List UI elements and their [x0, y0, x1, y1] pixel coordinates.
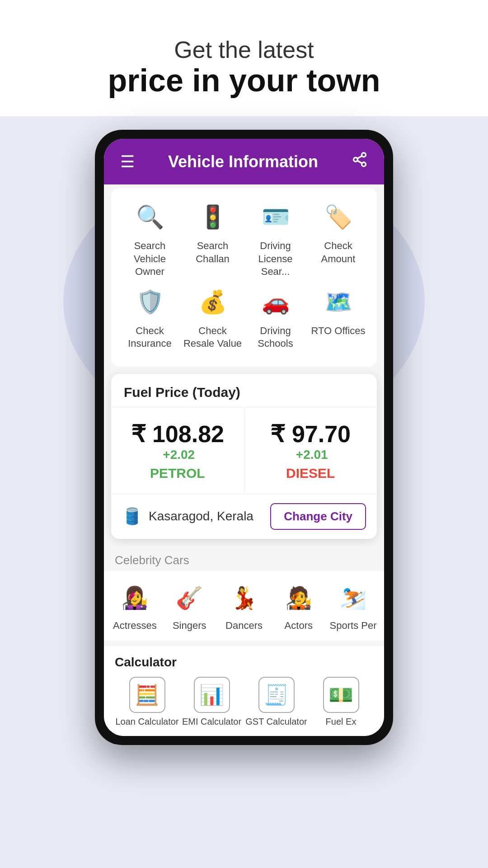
calculator-title: Calculator [115, 655, 373, 670]
search-vehicle-owner-label: Search Vehicle Owner [121, 240, 179, 278]
emi-calculator-icon: 📊 [194, 677, 230, 713]
petrol-amount-row: ₹ 108.82 +2.02 [122, 420, 233, 462]
hero-section: Get the latest price in your town [0, 0, 488, 116]
check-insurance-icon: 🛡️ [132, 284, 168, 320]
grid-row-1: 🔍 Search Vehicle Owner 🚦 Search Challan … [118, 199, 370, 278]
loan-calculator-label: Loan Calculator [115, 717, 178, 727]
driving-schools-label: Driving Schools [246, 325, 305, 350]
petrol-amount: ₹ 108.82 [131, 421, 225, 447]
phone-wrapper: ☰ Vehicle Information 🔍 Search Vehicle O… [0, 130, 488, 745]
dancers-icon: 💃 [226, 580, 262, 616]
petrol-label: PETROL [122, 466, 233, 481]
sports-persons-icon: ⛷️ [335, 580, 371, 616]
check-resale-value-icon: 💰 [195, 284, 231, 320]
petrol-change: +2.02 [163, 448, 195, 462]
sports-persons-label: Sports Per [330, 620, 377, 632]
app-header-title: Vehicle Information [168, 152, 318, 171]
rto-offices-icon: 🗺️ [320, 284, 357, 320]
fuel-city-info: 🛢️ Kasaragod, Kerala [122, 507, 253, 526]
fuel-city-name: Kasaragod, Kerala [149, 509, 253, 524]
search-challan-label: Search Challan [183, 240, 242, 265]
driving-license-icon: 🪪 [258, 199, 294, 235]
grid-item-search-vehicle-owner[interactable]: 🔍 Search Vehicle Owner [121, 199, 179, 278]
fuel-pump-icon: 🛢️ [122, 507, 142, 526]
actresses-icon: 👩‍🎤 [117, 580, 153, 616]
driving-schools-icon: 🚗 [258, 284, 294, 320]
menu-icon[interactable]: ☰ [120, 152, 135, 171]
phone-shell: ☰ Vehicle Information 🔍 Search Vehicle O… [95, 130, 393, 745]
share-icon[interactable] [352, 151, 368, 172]
calc-item-emi-calculator[interactable]: 📊 EMI Calculator [179, 677, 244, 727]
calculator-row: 🧮 Loan Calculator 📊 EMI Calculator 🧾 GST… [115, 677, 373, 727]
check-amount-icon: 🏷️ [320, 199, 357, 235]
loan-calculator-icon: 🧮 [129, 677, 165, 713]
rto-offices-label: RTO Offices [311, 325, 366, 338]
celeb-item-singers[interactable]: 🎸 Singers [162, 580, 217, 632]
calc-item-gst-calculator[interactable]: 🧾 GST Calculator [244, 677, 309, 727]
actors-label: Actors [285, 620, 313, 632]
dancers-label: Dancers [225, 620, 263, 632]
diesel-amount-row: ₹ 97.70 +2.01 [255, 420, 366, 462]
search-challan-icon: 🚦 [195, 199, 231, 235]
celebrity-section-label: Celebrity Cars [104, 546, 384, 571]
calculator-section: Calculator 🧮 Loan Calculator 📊 EMI Calcu… [104, 646, 384, 736]
diesel-amount: ₹ 97.70 [270, 421, 351, 447]
check-insurance-label: Check Insurance [121, 325, 179, 350]
celeb-item-sports-persons[interactable]: ⛷️ Sports Per [326, 580, 380, 632]
celeb-item-dancers[interactable]: 💃 Dancers [217, 580, 272, 632]
features-grid: 🔍 Search Vehicle Owner 🚦 Search Challan … [111, 188, 377, 367]
fuel-ex-icon: 💵 [323, 677, 359, 713]
grid-item-check-insurance[interactable]: 🛡️ Check Insurance [121, 284, 179, 350]
petrol-price-col: ₹ 108.82 +2.02 PETROL [111, 408, 244, 494]
grid-item-driving-schools[interactable]: 🚗 Driving Schools [246, 284, 305, 350]
gst-calculator-label: GST Calculator [245, 717, 307, 727]
search-vehicle-owner-icon: 🔍 [132, 199, 168, 235]
change-city-button[interactable]: Change City [270, 503, 366, 530]
diesel-change: +2.01 [296, 448, 328, 462]
driving-license-label: Driving License Sear... [246, 240, 305, 278]
check-resale-value-label: Check Resale Value [183, 325, 242, 350]
fuel-card-title: Fuel Price (Today) [124, 385, 364, 400]
diesel-label: DIESEL [255, 466, 366, 481]
grid-item-check-amount[interactable]: 🏷️ Check Amount [309, 199, 368, 278]
diesel-price-col: ₹ 97.70 +2.01 DIESEL [244, 408, 377, 494]
celebrity-row: 👩‍🎤 Actresses 🎸 Singers 💃 Dancers 🧑‍🎤 Ac… [104, 571, 384, 641]
fuel-ex-label: Fuel Ex [326, 717, 357, 727]
celeb-item-actors[interactable]: 🧑‍🎤 Actors [271, 580, 326, 632]
gst-calculator-icon: 🧾 [258, 677, 295, 713]
actors-icon: 🧑‍🎤 [281, 580, 317, 616]
fuel-price-card: Fuel Price (Today) ₹ 108.82 +2.02 PETROL… [111, 374, 377, 539]
svg-line-3 [357, 160, 362, 163]
grid-row-2: 🛡️ Check Insurance 💰 Check Resale Value … [118, 284, 370, 350]
grid-item-rto-offices[interactable]: 🗺️ RTO Offices [309, 284, 368, 350]
fuel-city-row: 🛢️ Kasaragod, Kerala Change City [111, 494, 377, 539]
phone-screen: ☰ Vehicle Information 🔍 Search Vehicle O… [104, 139, 384, 736]
grid-item-check-resale-value[interactable]: 💰 Check Resale Value [183, 284, 242, 350]
grid-item-driving-license[interactable]: 🪪 Driving License Sear... [246, 199, 305, 278]
emi-calculator-label: EMI Calculator [182, 717, 241, 727]
calc-item-fuel-ex[interactable]: 💵 Fuel Ex [309, 677, 373, 727]
singers-label: Singers [173, 620, 206, 632]
hero-title: price in your town [18, 63, 470, 98]
hero-subtitle: Get the latest [18, 36, 470, 63]
grid-item-search-challan[interactable]: 🚦 Search Challan [183, 199, 242, 278]
svg-line-4 [357, 156, 362, 159]
app-header: ☰ Vehicle Information [104, 139, 384, 184]
fuel-card-header: Fuel Price (Today) [111, 374, 377, 408]
calc-item-loan-calculator[interactable]: 🧮 Loan Calculator [115, 677, 179, 727]
singers-icon: 🎸 [171, 580, 207, 616]
actresses-label: Actresses [113, 620, 157, 632]
check-amount-label: Check Amount [309, 240, 368, 265]
celeb-item-actresses[interactable]: 👩‍🎤 Actresses [108, 580, 162, 632]
fuel-prices-row: ₹ 108.82 +2.02 PETROL ₹ 97.70 +2.01 DIES… [111, 408, 377, 494]
